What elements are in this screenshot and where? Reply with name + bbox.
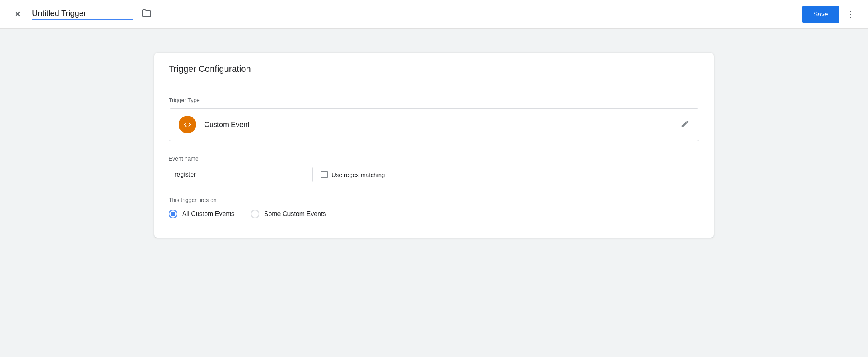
trigger-type-left: Custom Event <box>179 116 249 133</box>
trigger-type-label: Trigger Type <box>169 97 699 103</box>
radio-some-label: Some Custom Events <box>264 210 326 218</box>
page-title-input[interactable] <box>32 9 133 20</box>
radio-group: All Custom Events Some Custom Events <box>169 210 699 218</box>
trigger-configuration-card: Trigger Configuration Trigger Type Custo… <box>154 53 714 238</box>
save-button[interactable]: Save <box>802 6 839 23</box>
card-body: Trigger Type Custom Event <box>154 84 714 238</box>
trigger-type-name: Custom Event <box>204 121 249 129</box>
top-bar: ✕ Save ⋮ <box>0 0 868 29</box>
trigger-type-section: Trigger Type Custom Event <box>169 97 699 141</box>
regex-label-text: Use regex matching <box>332 171 385 178</box>
radio-all-label: All Custom Events <box>182 210 235 218</box>
radio-all-icon <box>169 210 177 218</box>
top-bar-right: Save ⋮ <box>802 6 858 23</box>
top-bar-left: ✕ <box>10 6 154 22</box>
regex-label[interactable]: Use regex matching <box>321 171 385 178</box>
radio-some-custom-events[interactable]: Some Custom Events <box>251 210 326 218</box>
edit-trigger-icon[interactable] <box>681 119 689 130</box>
event-name-section: Event name Use regex matching <box>169 155 699 182</box>
radio-all-custom-events[interactable]: All Custom Events <box>169 210 235 218</box>
event-name-label: Event name <box>169 155 699 162</box>
more-options-button[interactable]: ⋮ <box>842 6 858 22</box>
fires-on-section: This trigger fires on All Custom Events … <box>169 197 699 218</box>
trigger-type-row[interactable]: Custom Event <box>169 108 699 141</box>
event-name-input[interactable] <box>169 167 313 182</box>
radio-some-icon <box>251 210 259 218</box>
folder-icon <box>142 8 151 20</box>
more-icon: ⋮ <box>846 9 855 20</box>
fires-on-label: This trigger fires on <box>169 197 699 203</box>
card-header: Trigger Configuration <box>154 53 714 84</box>
main-content: Trigger Configuration Trigger Type Custo… <box>0 29 868 357</box>
close-icon: ✕ <box>14 9 21 20</box>
close-button[interactable]: ✕ <box>10 6 26 22</box>
card-title: Trigger Configuration <box>169 64 699 74</box>
event-name-row: Use regex matching <box>169 167 699 182</box>
trigger-type-icon <box>179 116 196 133</box>
folder-button[interactable] <box>139 7 154 22</box>
regex-checkbox[interactable] <box>321 171 328 178</box>
